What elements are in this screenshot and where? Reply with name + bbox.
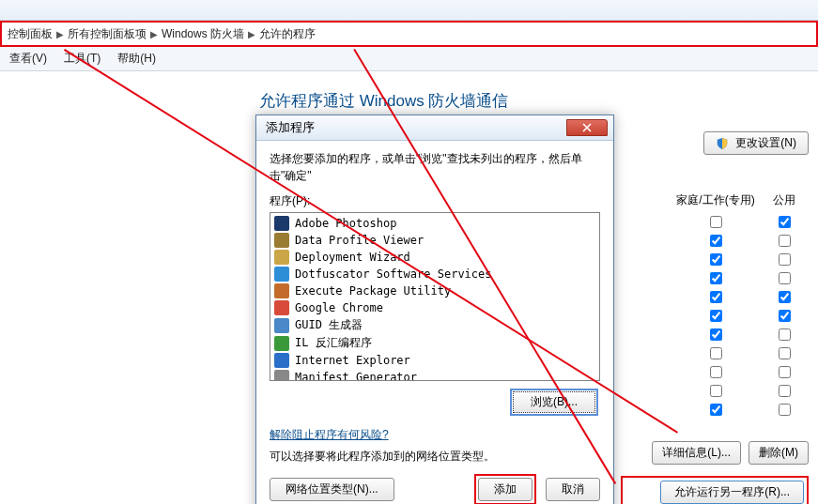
public-checkbox[interactable] (779, 291, 791, 303)
permission-row (621, 364, 809, 383)
cancel-button[interactable]: 取消 (546, 478, 600, 501)
home-checkbox[interactable] (710, 328, 722, 341)
permission-row (621, 270, 809, 289)
menu-view[interactable]: 查看(V) (9, 51, 47, 67)
public-checkbox[interactable] (779, 366, 791, 378)
public-checkbox[interactable] (779, 404, 791, 416)
dialog-instruction: 选择您要添加的程序，或单击"浏览"查找未列出的程序，然后单击"确定" (270, 150, 600, 184)
public-checkbox[interactable] (779, 385, 791, 397)
permission-row (621, 214, 809, 233)
breadcrumb: 控制面板 ▶ 所有控制面板项 ▶ Windows 防火墙 ▶ 允许的程序 (0, 21, 818, 47)
network-location-types-button[interactable]: 网络位置类型(N)... (270, 478, 394, 501)
close-icon (582, 123, 592, 132)
program-name: Deployment Wizard (295, 251, 410, 264)
program-name: Dotfuscator Software Services (295, 267, 492, 281)
program-list-item[interactable]: Google Chrome (272, 299, 597, 316)
public-checkbox[interactable] (779, 253, 791, 266)
home-checkbox[interactable] (710, 291, 722, 303)
permission-row (621, 402, 809, 420)
program-name: Execute Package Utility (295, 284, 451, 298)
menubar: 查看(V) 工具(T) 帮助(H) (0, 47, 818, 71)
home-checkbox[interactable] (710, 366, 722, 378)
program-name: GUID 生成器 (295, 317, 363, 333)
breadcrumb-item[interactable]: 允许的程序 (259, 26, 316, 42)
program-name: IL 反汇编程序 (295, 335, 372, 351)
program-list-item[interactable]: Internet Explorer (272, 352, 597, 369)
shield-icon (716, 137, 729, 150)
window-titlebar (0, 0, 818, 21)
program-list-item[interactable]: Adobe Photoshop (272, 215, 597, 232)
home-checkbox[interactable] (710, 310, 722, 322)
risk-link[interactable]: 解除阻止程序有何风险? (270, 427, 389, 443)
program-name: Manifest Generator (295, 371, 417, 381)
col-home-label: 家庭/工作(专用) (673, 192, 758, 208)
chevron-right-icon: ▶ (56, 29, 64, 39)
permission-row (621, 327, 809, 345)
permission-row (621, 252, 809, 270)
home-checkbox[interactable] (710, 216, 722, 228)
browse-button[interactable]: 浏览(B)... (513, 391, 595, 413)
permission-row (621, 289, 809, 308)
program-icon (274, 233, 289, 248)
col-public-label: 公用 (765, 192, 803, 208)
program-list-item[interactable]: GUID 生成器 (272, 316, 597, 334)
permission-row (621, 383, 809, 402)
dialog-subtext: 可以选择要将此程序添加到的网络位置类型。 (270, 449, 600, 465)
dialog-title: 添加程序 (266, 119, 315, 136)
program-list-item[interactable]: Execute Package Utility (272, 283, 597, 299)
program-name: Google Chrome (295, 301, 383, 314)
permission-row (621, 308, 809, 327)
program-icon (274, 318, 289, 333)
program-icon (274, 353, 289, 368)
add-program-dialog: 添加程序 选择您要添加的程序，或单击"浏览"查找未列出的程序，然后单击"确定" … (255, 115, 614, 504)
program-icon (274, 250, 289, 265)
breadcrumb-item[interactable]: 控制面板 (8, 26, 53, 42)
program-list-item[interactable]: IL 反汇编程序 (272, 334, 597, 352)
program-icon (274, 267, 289, 282)
public-checkbox[interactable] (779, 272, 791, 284)
breadcrumb-item[interactable]: 所有控制面板项 (68, 26, 147, 42)
add-button[interactable]: 添加 (478, 478, 532, 501)
home-checkbox[interactable] (710, 235, 722, 247)
home-checkbox[interactable] (710, 385, 722, 397)
remove-button[interactable]: 删除(M) (749, 441, 809, 465)
permission-row (621, 345, 809, 364)
public-checkbox[interactable] (779, 347, 791, 359)
home-checkbox[interactable] (710, 404, 722, 416)
menu-help[interactable]: 帮助(H) (117, 51, 156, 67)
program-list-item[interactable]: Data Profile Viewer (272, 232, 597, 249)
chevron-right-icon: ▶ (248, 29, 255, 39)
public-checkbox[interactable] (779, 216, 791, 228)
dialog-titlebar: 添加程序 (256, 115, 613, 141)
chevron-right-icon: ▶ (150, 29, 158, 39)
program-icon (274, 216, 289, 231)
home-checkbox[interactable] (710, 253, 722, 266)
program-name: Data Profile Viewer (295, 234, 424, 247)
permission-row (621, 233, 809, 252)
public-checkbox[interactable] (779, 310, 791, 322)
program-icon (274, 283, 289, 298)
program-icon (274, 300, 289, 315)
program-name: Internet Explorer (295, 354, 410, 367)
breadcrumb-item[interactable]: Windows 防火墙 (162, 26, 244, 42)
change-settings-label: 更改设置(N) (735, 136, 796, 149)
program-list[interactable]: Adobe PhotoshopData Profile ViewerDeploy… (270, 212, 600, 381)
close-button[interactable] (566, 119, 608, 136)
checkbox-columns-header: 家庭/工作(专用) 公用 (621, 192, 809, 208)
details-button[interactable]: 详细信息(L)... (652, 441, 741, 465)
home-checkbox[interactable] (710, 347, 722, 359)
program-icon (274, 336, 289, 351)
public-checkbox[interactable] (779, 235, 791, 247)
program-icon (274, 370, 289, 381)
allow-another-program-button[interactable]: 允许运行另一程序(R)... (660, 481, 804, 504)
change-settings-button[interactable]: 更改设置(N) (703, 131, 809, 155)
allowed-programs-panel: 更改设置(N) 家庭/工作(专用) 公用 详细信息(L)... 删除(M) 允许… (621, 131, 809, 504)
program-list-item[interactable]: Deployment Wizard (272, 249, 597, 266)
public-checkbox[interactable] (779, 328, 791, 341)
home-checkbox[interactable] (710, 272, 722, 284)
